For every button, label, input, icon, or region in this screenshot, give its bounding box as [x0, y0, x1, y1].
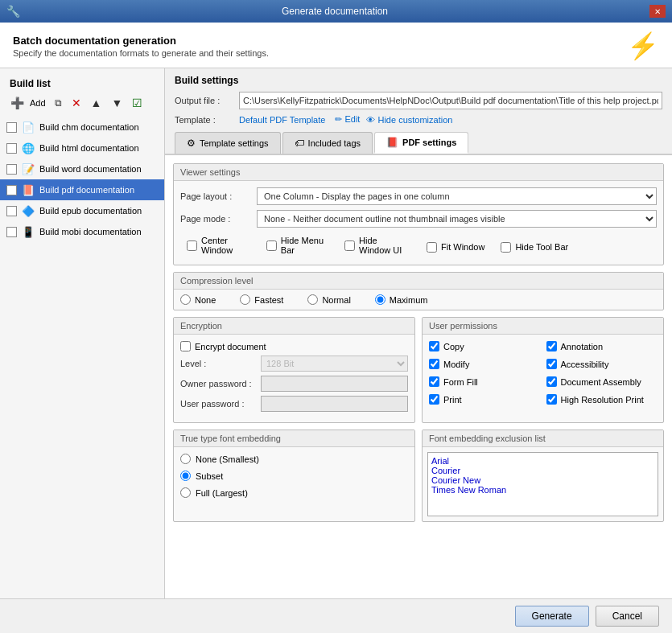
cancel-button[interactable]: Cancel	[596, 606, 659, 627]
header-section: Batch documentation generation Specify t…	[0, 23, 672, 68]
font-embedding-radios: None (Smallest)SubsetFull (Largest)	[174, 447, 414, 511]
main-panel: Build settings Output file : Template : …	[165, 68, 672, 598]
delete-button[interactable]: ✕	[68, 94, 85, 112]
output-path-input[interactable]	[239, 92, 662, 109]
font-embed-radio-subset[interactable]	[180, 471, 191, 481]
center-window-checkbox[interactable]	[187, 240, 197, 251]
encrypt-checkbox[interactable]	[180, 341, 191, 351]
build-item-checkbox[interactable]	[6, 143, 17, 154]
build-list-item[interactable]: 📱Build mobi documentation	[0, 221, 164, 242]
tab-template-settings[interactable]: ⚙Template settings	[175, 132, 281, 154]
font-embed-radio-full-largest[interactable]	[180, 487, 191, 498]
close-button[interactable]: ✕	[649, 5, 666, 18]
build-settings-title: Build settings	[165, 68, 672, 89]
perm-modify: Modify	[429, 359, 540, 369]
page-mode-select[interactable]: None - Neither document outline not thum…	[257, 210, 657, 228]
build-list-item[interactable]: ✓📕Build pdf documentation	[0, 179, 164, 200]
compression-radio-none[interactable]	[180, 294, 191, 305]
compression-radio-fastest[interactable]	[240, 294, 250, 305]
user-password-input[interactable]	[261, 396, 408, 412]
compression-radio-normal[interactable]	[307, 294, 318, 305]
build-item-label: Build pdf documentation	[39, 185, 134, 195]
fit-window-checkbox[interactable]	[427, 242, 437, 253]
perm-checkbox-annotation[interactable]	[546, 341, 557, 351]
perm-checkbox-print[interactable]	[429, 394, 439, 405]
tab-content: Viewer settings Page layout : One Column…	[165, 155, 672, 598]
move-up-button[interactable]: ▲	[87, 94, 106, 112]
build-item-checkbox[interactable]	[6, 164, 17, 175]
page-title: Batch documentation generation	[13, 35, 269, 47]
perm-checkbox-form-fill[interactable]	[429, 376, 439, 387]
font-embed-full-largest: Full (Largest)	[180, 487, 408, 498]
permissions-grid: CopyAnnotationModifyAccessibilityForm Fi…	[423, 335, 663, 415]
build-list-item[interactable]: 🌐Build html documentation	[0, 138, 164, 158]
compression-radio-row: NoneFastestNormalMaximum	[174, 290, 663, 310]
build-list-item[interactable]: 📄Build chm documentation	[0, 117, 164, 138]
app-icon: 🔧	[6, 5, 20, 18]
add-button[interactable]: ➕	[6, 94, 28, 112]
check-all-button[interactable]: ☑	[128, 94, 146, 112]
build-list-item[interactable]: 📝Build word documentation	[0, 158, 164, 179]
bottom-bar: Generate Cancel	[0, 598, 672, 633]
build-item-checkbox[interactable]	[6, 227, 17, 237]
font-exclusion-header: Font embedding exclusion list	[423, 430, 663, 447]
two-col-bottom: True type font embedding None (Smallest)…	[173, 430, 664, 522]
hide-window-ui-checkbox[interactable]	[344, 240, 355, 251]
font-exclusion-item[interactable]: Courier	[431, 466, 654, 475]
build-item-label: Build html documentation	[39, 143, 139, 153]
copy-button[interactable]: ⧉	[51, 95, 66, 111]
perm-print: Print	[429, 394, 540, 405]
font-embed-subset: Subset	[180, 471, 408, 481]
move-down-button[interactable]: ▼	[107, 94, 126, 112]
hide-customization-button[interactable]: 👁 Hide customization	[366, 114, 452, 125]
edit-template-button[interactable]: ✏ Edit	[335, 114, 360, 125]
perm-checkbox-accessibility[interactable]	[546, 359, 557, 369]
font-exclusion-item[interactable]: Arial	[431, 456, 654, 466]
build-item-checkbox[interactable]	[6, 206, 17, 216]
font-exclusion-list[interactable]: ArialCourierCourier NewTimes New Roman	[427, 452, 658, 516]
compression-normal: Normal	[307, 294, 350, 305]
build-item-icon: 📄	[22, 121, 35, 134]
font-embed-radio-none-smallest[interactable]	[180, 454, 191, 464]
perm-checkbox-high-res-print[interactable]	[546, 394, 557, 405]
build-item-icon: 🔷	[22, 204, 35, 217]
compression-fastest: Fastest	[240, 294, 283, 305]
perm-checkbox-copy[interactable]	[429, 341, 439, 351]
font-exclusion-section: Font embedding exclusion list ArialCouri…	[422, 430, 664, 522]
encrypt-label: Encrypt document	[195, 342, 266, 351]
owner-password-input[interactable]	[261, 376, 408, 392]
sidebar-title: Build list	[0, 75, 164, 94]
build-item-checkbox[interactable]: ✓	[6, 185, 17, 195]
font-exclusion-item[interactable]: Times New Roman	[431, 485, 654, 495]
build-list: 📄Build chm documentation🌐Build html docu…	[0, 117, 164, 592]
tab-pdf-settings[interactable]: 📕PDF settings	[374, 132, 468, 154]
compression-section: Compression level NoneFastestNormalMaxim…	[173, 272, 664, 310]
perm-checkbox-modify[interactable]	[429, 359, 439, 369]
hide-menu-bar-checkbox[interactable]	[266, 240, 277, 251]
checkbox-fit-window: Fit Window	[427, 239, 484, 255]
build-item-label: Build word documentation	[39, 164, 142, 174]
viewer-settings-header: Viewer settings	[174, 164, 663, 181]
compression-none: None	[180, 294, 216, 305]
tab-included-tags[interactable]: 🏷Included tags	[282, 132, 373, 154]
font-embed-none-smallest: None (Smallest)	[180, 454, 408, 464]
generate-button[interactable]: Generate	[515, 606, 589, 627]
build-item-icon: 📝	[22, 162, 35, 175]
level-select[interactable]: 128 Bit256 Bit40 Bit	[261, 356, 408, 372]
two-col-mid: Encryption Encrypt document Level : 128 …	[173, 317, 664, 423]
user-permissions-section: User permissions CopyAnnotationModifyAcc…	[422, 317, 664, 423]
font-exclusion-item[interactable]: Courier New	[431, 475, 654, 485]
add-label: Add	[30, 98, 46, 108]
page-layout-select[interactable]: One Column - Display the pages in one co…	[257, 187, 657, 205]
build-list-item[interactable]: 🔷Build epub documentation	[0, 200, 164, 221]
compression-radio-maximum[interactable]	[375, 294, 385, 305]
viewer-checkboxes-row1: Center WindowHide Menu BarHide Window UI…	[180, 232, 657, 258]
template-link[interactable]: Default PDF Template	[239, 115, 325, 125]
sidebar-toolbar: ➕ Add ⧉ ✕ ▲ ▼ ☑	[0, 94, 164, 117]
hide-tool-bar-checkbox[interactable]	[501, 242, 511, 253]
compression-maximum: Maximum	[375, 294, 428, 305]
build-item-checkbox[interactable]	[6, 122, 17, 133]
level-label: Level :	[180, 359, 261, 368]
perm-checkbox-document-assembly[interactable]	[546, 376, 557, 387]
checkbox-hide-menu-bar: Hide Menu Bar	[266, 236, 328, 255]
